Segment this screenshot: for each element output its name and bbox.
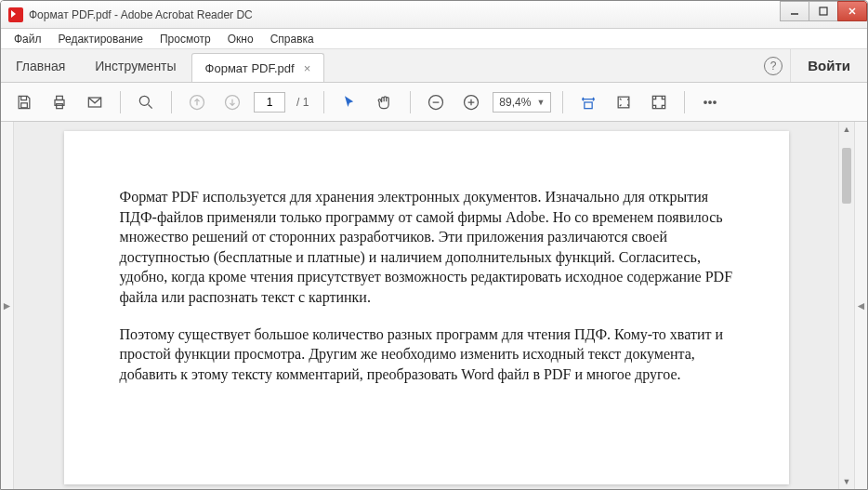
svg-rect-6 [57, 96, 63, 99]
fit-width-button[interactable] [574, 88, 602, 116]
zoom-value: 89,4% [499, 96, 531, 109]
right-panel-handle[interactable]: ◄ [854, 122, 867, 489]
menu-view[interactable]: Просмотр [152, 31, 218, 47]
svg-rect-1 [820, 7, 827, 15]
page-number-input[interactable] [254, 92, 285, 113]
svg-point-22 [709, 100, 712, 103]
separator [171, 91, 172, 113]
tab-close-icon[interactable]: × [304, 61, 311, 75]
pdf-page: Формат PDF используется для хранения эле… [64, 131, 789, 484]
window-title: Формат PDF.pdf - Adobe Acrobat Reader DC [29, 8, 781, 21]
page-total-label: / 1 [293, 96, 312, 109]
print-button[interactable] [46, 88, 73, 116]
signin-button[interactable]: Войти [790, 49, 867, 82]
hand-tool-button[interactable] [371, 88, 399, 116]
menu-window[interactable]: Окно [220, 31, 261, 47]
left-panel-handle[interactable]: ► [1, 122, 14, 489]
menu-help[interactable]: Справка [263, 31, 322, 47]
toolbar: / 1 89,4% ▼ [1, 83, 867, 122]
tab-document[interactable]: Формат PDF.pdf × [191, 53, 325, 82]
separator [323, 91, 324, 113]
zoom-out-button[interactable] [422, 88, 450, 116]
content-area: ► Формат PDF используется для хранения э… [1, 122, 867, 489]
selection-tool-button[interactable] [335, 88, 363, 116]
separator [410, 91, 411, 113]
scroll-thumb[interactable] [842, 148, 851, 204]
chevron-down-icon: ▼ [536, 98, 545, 107]
window-titlebar: Формат PDF.pdf - Adobe Acrobat Reader DC [1, 1, 867, 29]
separator [120, 91, 121, 113]
svg-rect-4 [21, 102, 28, 107]
menu-edit[interactable]: Редактирование [51, 31, 151, 47]
svg-rect-20 [653, 96, 665, 108]
fit-page-button[interactable] [610, 88, 638, 116]
svg-line-10 [149, 104, 152, 108]
search-button[interactable] [132, 88, 160, 116]
zoom-in-button[interactable] [457, 88, 485, 116]
paragraph: Поэтому существует большое количество ра… [120, 324, 733, 385]
tab-document-label: Формат PDF.pdf [205, 61, 295, 75]
scroll-up-arrow[interactable]: ▲ [839, 122, 854, 137]
zoom-level-dropdown[interactable]: 89,4% ▼ [493, 92, 551, 113]
scroll-down-arrow[interactable]: ▼ [839, 474, 854, 489]
more-tools-button[interactable] [696, 88, 724, 116]
next-page-button[interactable] [218, 88, 246, 116]
help-button[interactable]: ? [756, 49, 790, 82]
close-button[interactable] [837, 1, 867, 21]
separator [684, 91, 685, 113]
menu-file[interactable]: Файл [7, 31, 49, 47]
paragraph: Формат PDF используется для хранения эле… [120, 187, 733, 308]
document-viewport[interactable]: Формат PDF используется для хранения эле… [14, 122, 838, 489]
svg-rect-7 [57, 103, 63, 108]
prev-page-button[interactable] [183, 88, 211, 116]
window-controls [781, 1, 867, 28]
app-icon [8, 7, 23, 22]
svg-point-9 [139, 96, 149, 105]
svg-rect-18 [585, 102, 592, 109]
help-icon: ? [764, 57, 783, 75]
menubar: Файл Редактирование Просмотр Окно Справк… [1, 29, 867, 49]
vertical-scrollbar[interactable]: ▲ ▼ [838, 122, 854, 489]
separator [562, 91, 563, 113]
email-button[interactable] [81, 88, 109, 116]
tabbar: Главная Инструменты Формат PDF.pdf × ? В… [1, 49, 867, 83]
tab-tools[interactable]: Инструменты [80, 49, 191, 82]
svg-point-23 [714, 100, 717, 103]
minimize-button[interactable] [780, 1, 809, 21]
tab-home[interactable]: Главная [1, 49, 80, 82]
svg-point-21 [704, 100, 707, 103]
save-button[interactable] [10, 88, 38, 116]
fullscreen-button[interactable] [645, 88, 673, 116]
maximize-button[interactable] [809, 1, 838, 21]
